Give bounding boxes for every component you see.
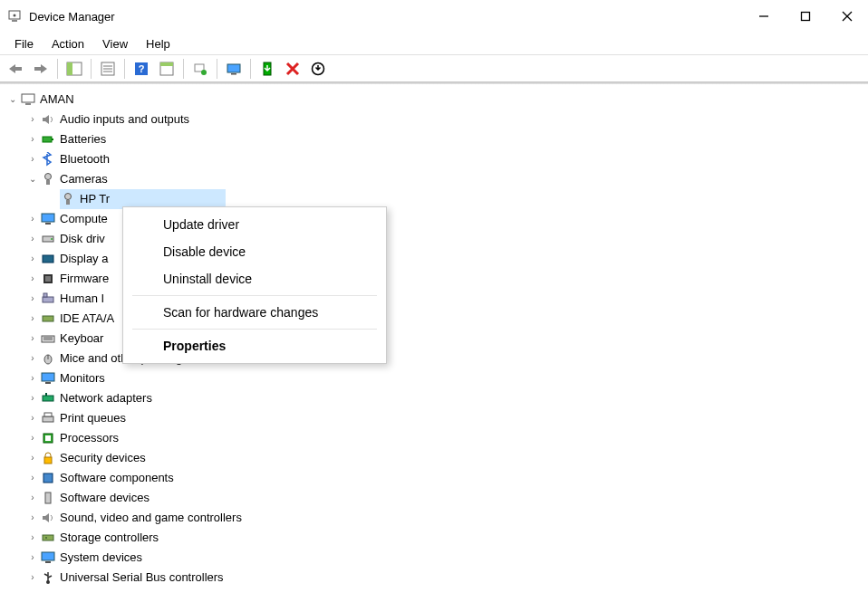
tree-node-label: Firmware [60,269,109,289]
chevron-down-icon[interactable]: ⌄ [25,172,40,186]
chevron-right-icon[interactable]: › [25,451,40,465]
close-button[interactable] [826,0,868,33]
network-icon [40,390,56,406]
chevron-right-icon[interactable]: › [25,371,40,386]
chevron-right-icon[interactable]: › [25,292,40,306]
forward-button[interactable] [29,57,53,81]
tree-node-network[interactable]: › Network adapters [5,388,868,408]
chevron-right-icon[interactable]: › [25,411,40,426]
ide-icon [40,311,56,327]
toolbar: ? [0,54,868,81]
svg-rect-25 [22,94,34,102]
tree-node-label: Bluetooth [60,149,110,169]
tree-node-bluetooth[interactable]: › Bluetooth [5,149,868,169]
ctx-update-driver[interactable]: Update driver [123,211,386,238]
help-button[interactable]: ? [130,57,153,81]
chevron-right-icon[interactable]: › [25,331,40,346]
tree-node-storage[interactable]: › Storage controllers [5,528,868,548]
enable-device-button[interactable] [256,57,279,81]
chevron-right-icon[interactable]: › [25,531,40,545]
tree-node-label: Disk driv [60,229,105,249]
chevron-right-icon[interactable]: › [25,232,40,246]
tree-node-label: Processors [60,428,119,448]
monitor-icon [40,211,56,227]
disable-device-button[interactable] [306,57,330,81]
action-properties-button[interactable] [155,57,178,81]
menu-help[interactable]: Help [137,34,179,53]
bluetooth-icon [40,151,56,167]
chevron-right-icon[interactable]: › [25,351,40,366]
minimize-button[interactable] [743,0,785,33]
chevron-right-icon[interactable]: › [25,431,40,445]
tree-node-swcomp[interactable]: › Software components [5,468,868,488]
chevron-right-icon[interactable]: › [25,511,40,525]
chevron-right-icon[interactable]: › [25,152,40,167]
svg-text:?: ? [139,63,145,74]
svg-rect-58 [45,492,51,503]
chevron-right-icon[interactable]: › [25,252,40,266]
svg-point-36 [51,238,53,240]
menu-view[interactable]: View [93,34,137,53]
maximize-button[interactable] [785,0,826,33]
tree-node-label: Storage controllers [60,528,159,548]
tree-node-label: Cameras [60,169,108,189]
ctx-properties[interactable]: Properties [123,332,386,359]
svg-rect-49 [45,382,51,384]
chevron-right-icon[interactable]: › [25,112,40,127]
tree-node-label: System devices [60,548,142,568]
uninstall-device-button[interactable] [281,57,304,81]
ctx-scan-hardware[interactable]: Scan for hardware changes [123,299,386,326]
svg-rect-50 [43,396,53,401]
scan-hardware-button[interactable] [222,57,246,81]
back-button[interactable] [4,57,27,81]
properties-button[interactable] [96,57,120,81]
show-hide-console-tree-button[interactable] [63,57,86,81]
tree-node-monitors[interactable]: › Monitors [5,368,868,388]
tree-node-usb[interactable]: › Universal Serial Bus controllers [5,568,868,588]
svg-rect-52 [43,416,53,422]
tree-root[interactable]: ⌄ AMAN [5,90,868,110]
chevron-right-icon[interactable]: › [25,570,40,585]
menu-file[interactable]: File [5,34,43,53]
chevron-right-icon[interactable]: › [25,272,40,286]
update-driver-button[interactable] [188,57,212,81]
chevron-right-icon[interactable]: › [25,311,40,326]
svg-rect-18 [160,62,173,66]
chevron-right-icon[interactable]: › [25,550,40,565]
svg-rect-7 [14,67,22,71]
tree-node-swdev[interactable]: › Software devices [5,488,868,508]
tree-node-audio[interactable]: › Audio inputs and outputs [5,110,868,129]
tree-node-label: Sound, video and game controllers [60,508,242,528]
toolbar-separator [91,59,92,79]
tree-node-batteries[interactable]: › Batteries [5,129,868,149]
tree-node-sound[interactable]: › Sound, video and game controllers [5,508,868,528]
toolbar-separator [250,59,251,79]
svg-rect-30 [46,180,50,185]
ctx-disable-device[interactable]: Disable device [123,238,386,265]
tree-node-processors[interactable]: › Processors [5,428,868,448]
keyboard-icon [40,330,56,347]
svg-point-60 [45,537,47,539]
window-title: Device Manager [29,10,115,24]
chevron-right-icon[interactable]: › [25,471,40,485]
tree-node-cameras[interactable]: ⌄ Cameras [5,169,868,189]
svg-point-31 [65,194,72,200]
tree-node-label: Print queues [60,408,126,428]
chevron-right-icon[interactable]: › [25,391,40,406]
svg-rect-32 [66,200,70,205]
chevron-right-icon[interactable]: › [25,132,40,147]
chevron-right-icon[interactable]: › [25,491,40,505]
chevron-right-icon[interactable]: › [25,212,40,226]
usb-icon [40,569,56,586]
tree-node-system[interactable]: › System devices [5,548,868,568]
svg-rect-39 [45,276,51,282]
menu-action[interactable]: Action [43,34,93,53]
tree-node-print[interactable]: › Print queues [5,408,868,428]
chevron-down-icon[interactable]: ⌄ [5,92,20,107]
lock-icon [40,450,56,466]
svg-rect-26 [25,103,31,105]
tree-node-security[interactable]: › Security devices [5,448,868,468]
ctx-uninstall-device[interactable]: Uninstall device [123,265,386,292]
svg-rect-55 [45,435,51,441]
svg-rect-8 [34,67,42,71]
